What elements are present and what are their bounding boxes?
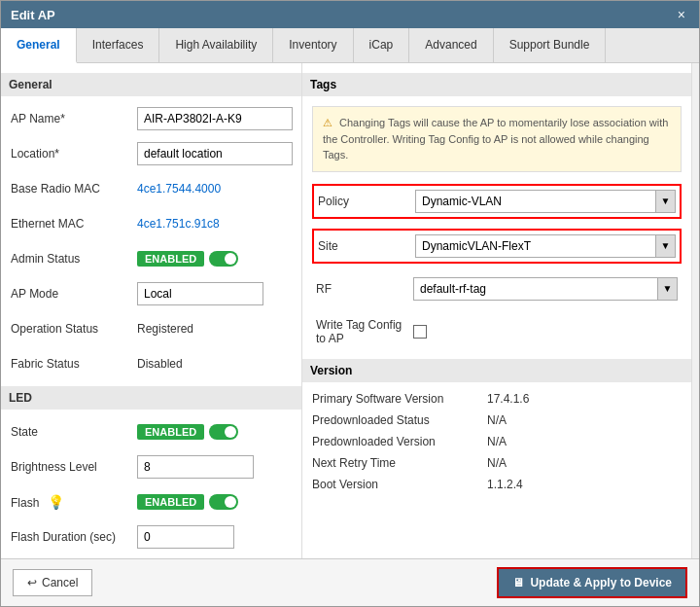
update-apply-button[interactable]: 🖥 Update & Apply to Device: [497, 567, 687, 598]
tab-interfaces[interactable]: Interfaces: [77, 28, 160, 62]
tab-advanced[interactable]: Advanced: [409, 28, 493, 62]
brightness-select[interactable]: 8 1234567: [137, 455, 254, 479]
flash-duration-row: Flash Duration (sec): [11, 524, 292, 550]
state-label: State: [11, 425, 137, 439]
base-radio-mac-row: Base Radio MAC 4ce1.7544.4000: [11, 176, 292, 201]
write-tag-label: Write Tag Config to AP: [316, 318, 413, 345]
primary-sw-row: Primary Software Version 17.4.1.6: [312, 392, 682, 406]
predownloaded-status-row: Predownloaded Status N/A: [312, 413, 682, 427]
scrollbar[interactable]: [691, 63, 699, 558]
location-input[interactable]: [137, 142, 293, 165]
cancel-label: Cancel: [42, 576, 78, 589]
policy-field: Dynamic-VLAN default-policy-tag ▼: [415, 190, 676, 213]
close-button[interactable]: ×: [674, 7, 689, 22]
footer: ↩ Cancel 🖥 Update & Apply to Device: [1, 558, 699, 606]
next-retry-value: N/A: [487, 456, 507, 470]
fabric-status-label: Fabric Status: [11, 357, 137, 371]
ap-mode-row: AP Mode Local Monitor FlexConnect: [11, 281, 292, 306]
site-field: DynamicVLAN-FlexT default-site-tag ▼: [415, 234, 676, 258]
state-row: State ENABLED: [11, 419, 292, 445]
rf-label: RF: [316, 282, 413, 296]
admin-status-toggle[interactable]: ENABLED: [137, 251, 238, 267]
brightness-row: Brightness Level 8 1234567: [11, 454, 292, 480]
led-section-header: LED: [1, 386, 301, 410]
update-icon: 🖥: [512, 576, 524, 589]
admin-status-label: Admin Status: [11, 252, 137, 266]
title-bar: Edit AP ×: [1, 1, 699, 28]
location-label: Location*: [11, 147, 137, 161]
cancel-button[interactable]: ↩ Cancel: [13, 569, 92, 596]
ethernet-mac-label: Ethernet MAC: [11, 217, 137, 231]
tab-general[interactable]: General: [1, 28, 77, 63]
tab-high-availability[interactable]: High Availability: [159, 28, 273, 62]
operation-status-label: Operation Status: [11, 322, 137, 336]
admin-status-row: Admin Status ENABLED: [11, 246, 292, 271]
fabric-status-value: Disabled: [137, 357, 183, 371]
flash-badge: ENABLED: [137, 494, 204, 510]
next-retry-row: Next Retry Time N/A: [312, 456, 682, 470]
policy-label: Policy: [318, 195, 415, 208]
flash-slider[interactable]: [209, 494, 238, 510]
flash-toggle[interactable]: ENABLED: [137, 494, 238, 510]
rf-field: default-rf-tag ▼: [413, 277, 678, 301]
state-toggle[interactable]: ENABLED: [137, 424, 238, 440]
rf-row: RF default-rf-tag ▼: [312, 273, 682, 304]
policy-select[interactable]: Dynamic-VLAN default-policy-tag: [415, 190, 656, 213]
flash-duration-input[interactable]: [137, 525, 234, 549]
flash-row: Flash 💡 ENABLED: [11, 489, 292, 515]
update-label: Update & Apply to Device: [530, 576, 672, 589]
ap-name-row: AP Name*: [11, 106, 292, 131]
tab-icap[interactable]: iCap: [354, 28, 410, 62]
site-row: Site DynamicVLAN-FlexT default-site-tag …: [312, 229, 682, 264]
left-panel: General AP Name* Location* Base Radio MA…: [1, 63, 302, 558]
write-tag-row: Write Tag Config to AP: [312, 314, 682, 349]
content-area: General AP Name* Location* Base Radio MA…: [1, 63, 699, 558]
state-badge: ENABLED: [137, 424, 204, 440]
operation-status-row: Operation Status Registered: [11, 316, 292, 341]
admin-status-badge: ENABLED: [137, 251, 204, 267]
rf-select[interactable]: default-rf-tag: [413, 277, 658, 301]
right-panel: Tags ⚠ Changing Tags will cause the AP t…: [302, 63, 691, 558]
location-row: Location*: [11, 141, 292, 166]
flash-duration-label: Flash Duration (sec): [11, 530, 137, 544]
predownloaded-status-value: N/A: [487, 413, 507, 427]
tab-inventory[interactable]: Inventory: [273, 28, 353, 62]
state-slider[interactable]: [209, 424, 238, 440]
predownloaded-status-label: Predownloaded Status: [312, 413, 487, 427]
base-radio-mac-value: 4ce1.7544.4000: [137, 182, 221, 196]
ethernet-mac-value: 4ce1.751c.91c8: [137, 217, 220, 231]
operation-status-value: Registered: [137, 322, 193, 336]
primary-sw-value: 17.4.1.6: [487, 392, 529, 406]
site-label: Site: [318, 239, 415, 253]
ap-name-input[interactable]: [137, 107, 293, 130]
predownloaded-version-label: Predownloaded Version: [312, 435, 487, 448]
edit-ap-dialog: Edit AP × General Interfaces High Availa…: [0, 0, 700, 607]
tab-support-bundle[interactable]: Support Bundle: [494, 28, 607, 62]
next-retry-label: Next Retry Time: [312, 456, 487, 470]
cancel-icon: ↩: [27, 576, 37, 589]
ap-mode-select[interactable]: Local Monitor FlexConnect: [137, 282, 263, 305]
write-tag-checkbox[interactable]: [413, 325, 427, 339]
admin-status-slider[interactable]: [209, 251, 238, 267]
rf-select-arrow[interactable]: ▼: [658, 277, 678, 301]
warning-icon: ⚠: [323, 117, 332, 128]
site-select-arrow[interactable]: ▼: [656, 234, 676, 258]
flash-bulb-icon: 💡: [48, 494, 64, 510]
ethernet-mac-row: Ethernet MAC 4ce1.751c.91c8: [11, 211, 292, 236]
ap-name-label: AP Name*: [11, 112, 137, 125]
fabric-status-row: Fabric Status Disabled: [11, 351, 292, 376]
policy-row: Policy Dynamic-VLAN default-policy-tag ▼: [312, 184, 682, 219]
tab-bar: General Interfaces High Availability Inv…: [1, 28, 699, 63]
predownloaded-version-row: Predownloaded Version N/A: [312, 435, 682, 448]
ap-mode-label: AP Mode: [11, 287, 137, 301]
tags-section-header: Tags: [302, 73, 691, 96]
site-select[interactable]: DynamicVLAN-FlexT default-site-tag: [415, 234, 656, 258]
base-radio-mac-label: Base Radio MAC: [11, 182, 137, 196]
flash-label: Flash 💡: [11, 494, 137, 510]
boot-version-value: 1.1.2.4: [487, 478, 523, 491]
warning-box: ⚠ Changing Tags will cause the AP to mom…: [312, 106, 682, 172]
brightness-label: Brightness Level: [11, 460, 137, 474]
policy-select-arrow[interactable]: ▼: [656, 190, 676, 213]
warning-text: Changing Tags will cause the AP to momen…: [323, 117, 668, 161]
dialog-title: Edit AP: [11, 8, 55, 22]
